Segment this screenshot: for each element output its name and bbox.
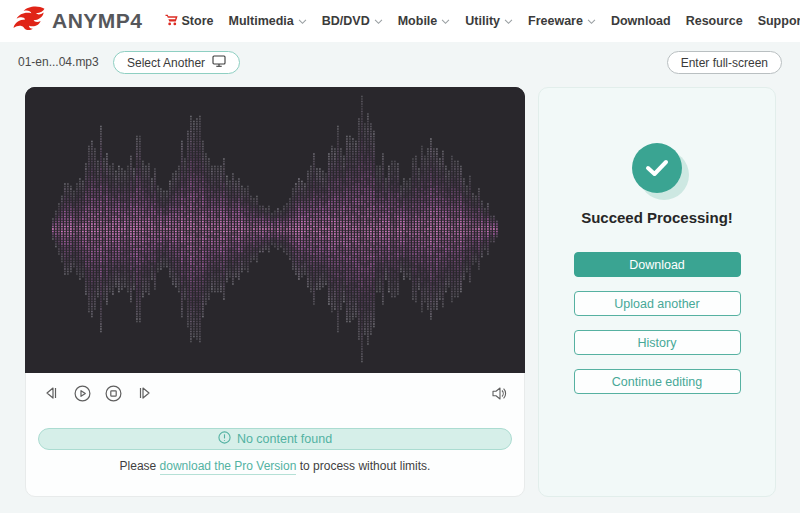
waveform-canvas[interactable] (25, 87, 525, 373)
success-check-icon (632, 143, 682, 193)
fast-forward-icon (136, 385, 153, 401)
volume-button[interactable] (490, 384, 508, 402)
chevron-down-icon (298, 14, 307, 28)
pro-version-note: Please download the Pro Version to proce… (26, 459, 524, 473)
current-filename: 01-en...04.mp3 (18, 55, 99, 69)
continue-editing-button[interactable]: Continue editing (574, 369, 741, 394)
chevron-down-icon (504, 14, 513, 28)
info-icon (218, 431, 231, 447)
nav-item-store[interactable]: Store (165, 14, 214, 29)
header: ANYMP4 Store Multimedia BD/DVD Mobile (0, 0, 800, 42)
cart-icon (165, 14, 178, 29)
play-button[interactable] (73, 384, 91, 402)
rewind-icon (43, 385, 60, 401)
toolbar: 01-en...04.mp3 Select Another Enter full… (0, 50, 800, 76)
nav-item-resource[interactable]: Resource (686, 14, 743, 28)
stop-icon (105, 385, 122, 402)
nav-item-bddvd[interactable]: BD/DVD (322, 14, 383, 28)
main-nav: Store Multimedia BD/DVD Mobile Utility F… (165, 14, 800, 29)
flame-logo-icon (12, 6, 46, 37)
nav-item-download[interactable]: Download (611, 14, 671, 28)
player-card: No content found Please download the Pro… (25, 87, 525, 497)
pro-version-link[interactable]: download the Pro Version (160, 459, 297, 475)
monitor-icon (212, 55, 226, 70)
chevron-down-icon (587, 14, 596, 28)
download-button[interactable]: Download (574, 252, 741, 277)
banner-text: No content found (237, 432, 332, 446)
logo-text: ANYMP4 (52, 9, 143, 33)
chevron-down-icon (441, 14, 450, 28)
nav-item-support[interactable]: Support (758, 14, 800, 28)
result-title: Succeed Processing! (581, 209, 733, 226)
play-icon (74, 385, 91, 402)
nav-item-mobile[interactable]: Mobile (398, 14, 451, 28)
enter-fullscreen-button[interactable]: Enter full-screen (667, 51, 782, 74)
nav-item-freeware[interactable]: Freeware (528, 14, 596, 28)
rewind-button[interactable] (42, 384, 60, 402)
select-another-button[interactable]: Select Another (113, 51, 240, 74)
volume-icon (491, 386, 508, 401)
chevron-down-icon (374, 14, 383, 28)
player-controls (26, 374, 524, 412)
result-card: Succeed Processing! Download Upload anot… (538, 87, 776, 497)
stop-button[interactable] (104, 384, 122, 402)
upload-another-button[interactable]: Upload another (574, 291, 741, 316)
nav-item-multimedia[interactable]: Multimedia (228, 14, 306, 28)
result-buttons: Download Upload another History Continue… (574, 252, 741, 394)
fast-forward-button[interactable] (135, 384, 153, 402)
history-button[interactable]: History (574, 330, 741, 355)
no-content-banner: No content found (38, 428, 512, 450)
anymp4-logo[interactable]: ANYMP4 (12, 6, 143, 37)
nav-item-utility[interactable]: Utility (465, 14, 513, 28)
waveform-panel (25, 87, 525, 373)
